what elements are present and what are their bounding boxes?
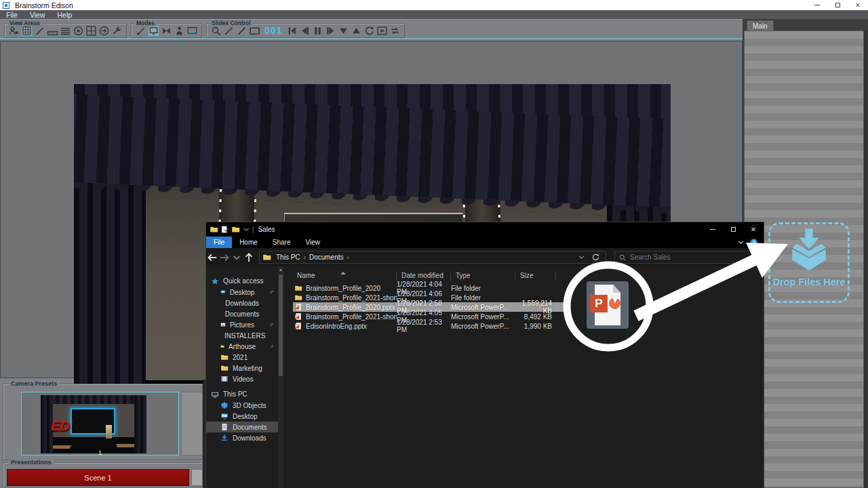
search-box[interactable] [614,251,764,264]
file-name-cell: PEdisonIntroEng.pptx [293,322,397,330]
breadcrumb-documents[interactable]: Documents [307,253,346,261]
restore-button[interactable] [827,1,848,10]
step-back-icon[interactable] [299,25,311,37]
sidebar-item-downloads[interactable]: Downloads [206,432,278,443]
qat-customize-chevron[interactable] [242,225,251,234]
sidebar-item-arthouse[interactable]: Arthouse [206,341,278,352]
column-header-name[interactable]: Name [283,272,397,281]
refresh-icon[interactable] [363,25,375,37]
camera-preset-slot-1[interactable]: ED [21,392,179,455]
qat-folder-icon[interactable] [210,225,218,234]
tri-down-icon[interactable] [338,25,349,37]
sidebar-item-desktop[interactable]: Desktop [206,287,278,298]
sidebar-item-desktop[interactable]: Desktop [206,411,278,422]
viewport-grid-icon[interactable] [21,25,33,37]
sidebar-item-documents[interactable]: Documents [206,422,278,432]
stack-rows-icon[interactable] [60,25,71,37]
loop-icon[interactable] [389,25,401,37]
person-icon[interactable] [174,25,185,37]
file-name: Brainstorm_Profile_2020.pptx [306,304,395,311]
ruler-icon[interactable] [47,25,58,37]
aperture-icon[interactable] [73,25,84,37]
column-header-date-modified[interactable]: Date modified [397,272,451,281]
screen-text-icon[interactable] [186,25,198,37]
address-bar[interactable]: This PC›Documents› [259,251,606,264]
pen-line-icon[interactable] [34,25,45,37]
tri-up-icon[interactable] [351,25,362,37]
grid-window-icon[interactable] [85,25,97,37]
ribbon-tab-view[interactable]: View [298,237,328,248]
scene-1-button[interactable]: Scene 1 [7,469,189,486]
breadcrumb-this-pc[interactable]: This PC [274,253,302,261]
help-icon[interactable]: ? [749,238,758,247]
qat-new-folder-icon[interactable] [231,225,240,234]
menu-view[interactable]: View [24,11,52,19]
paint-brush-icon[interactable] [135,25,146,37]
pause-icon[interactable] [312,25,323,37]
step-forward-icon[interactable] [325,25,336,37]
sidebar-item-installers[interactable]: INSTALLERS [206,330,278,341]
user-camera-icon[interactable] [8,25,20,37]
ribbon-collapse-chevron[interactable] [736,238,745,247]
tab-main[interactable]: Main [747,20,774,30]
sidebar-section-this-pc[interactable]: This PC [206,388,278,400]
playlist-scrollbar[interactable] [864,30,867,488]
download-icon [220,299,221,307]
sidebar-scrollbar[interactable]: ▲ [278,266,283,488]
monitor-icon[interactable] [148,25,159,37]
slash-icon[interactable] [236,25,248,37]
column-header-size[interactable]: Size [515,272,556,281]
drop-box-icon [785,227,833,276]
arrow-circle-icon[interactable] [98,25,110,37]
qat-properties-icon[interactable] [220,225,229,234]
sidebar-item-downloads[interactable]: Downloads [206,298,278,308]
sidebar-item-marketing[interactable]: Marketing [206,363,278,373]
pics-icon [220,321,226,329]
scrollbar-handle[interactable] [279,274,283,376]
drop-files-zone[interactable]: Drop Files Here [768,222,850,303]
camera-preset-slot-2[interactable] [181,392,203,455]
recent-locations-chevron[interactable] [231,252,243,263]
magnifier-icon[interactable] [210,25,222,37]
ribbon-right-controls: ? [736,237,764,248]
explorer-maximize-button[interactable] [723,223,743,237]
app-title: Brainstorm Edison [15,1,73,9]
file-row-edisonintroeng-pptx[interactable]: PEdisonIntroEng.pptx1/28/2021 2:53 PMMic… [293,321,566,331]
play-slide-icon[interactable] [376,25,388,37]
ribbon-tab-file[interactable]: File [206,237,232,248]
toolbar-group-modes: Modes [131,23,202,38]
up-button[interactable] [243,252,255,263]
forward-button[interactable] [218,252,231,263]
refresh-icon[interactable] [591,253,600,262]
column-header-type[interactable]: Type [451,272,515,281]
file-explorer-window[interactable]: | Sales ✕ FileHomeShareView? This PC›Doc… [205,222,764,488]
slide-frame-icon[interactable] [249,25,260,37]
address-dropdown-chevron[interactable] [577,253,586,262]
menu-file[interactable]: File [0,11,24,19]
sidebar-item-videos[interactable]: Videos [206,373,278,384]
magic-wand-icon[interactable] [223,25,235,37]
sidebar-item-pictures[interactable]: Pictures [206,319,278,330]
minimize-button[interactable] [807,1,827,10]
back-button[interactable] [206,252,218,263]
explorer-minimize-button[interactable] [703,223,723,237]
bowtie-icon[interactable] [161,25,172,37]
skip-start-icon[interactable] [286,25,298,37]
scene-aux-cell[interactable] [191,469,203,486]
ribbon-tab-share[interactable]: Share [265,237,298,248]
sidebar-item-3d-objects[interactable]: 3D Objects [206,400,278,411]
camera-preset-thumbnail[interactable]: ED [41,395,146,453]
sidebar-item-2021[interactable]: 2021 [206,352,278,363]
address-bar-row: This PC›Documents› [206,248,764,266]
sidebar-section-quick-access[interactable]: Quick access [206,275,278,287]
wrench-icon[interactable] [111,25,123,37]
ribbon-tab-home[interactable]: Home [232,237,265,248]
sidebar-item-documents[interactable]: Documents [206,308,278,319]
explorer-close-button[interactable]: ✕ [743,223,764,237]
menu-help[interactable]: Help [52,11,79,19]
scrollbar-up-arrow[interactable]: ▲ [278,266,283,273]
search-input[interactable] [630,253,738,261]
close-button[interactable]: ✕ [848,1,868,10]
address-folder-icon [262,253,271,262]
explorer-titlebar[interactable]: | Sales ✕ [206,222,764,237]
